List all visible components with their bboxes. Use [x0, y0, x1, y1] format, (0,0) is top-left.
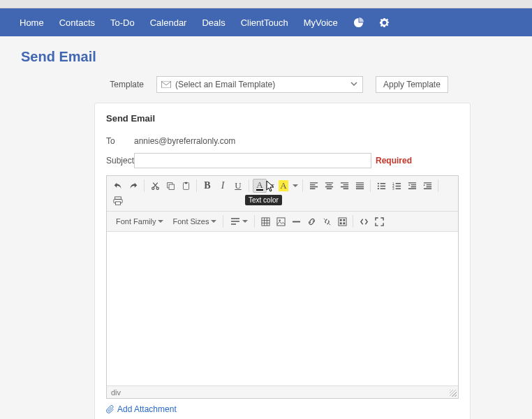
indent-button[interactable] [420, 179, 434, 193]
undo-button[interactable] [111, 179, 125, 193]
code-button[interactable] [357, 214, 371, 228]
nav-myvoice[interactable]: MyVoice [304, 17, 338, 28]
svg-rect-4 [169, 184, 174, 189]
copy-button[interactable] [163, 179, 177, 193]
font-family-dropdown[interactable]: Font Family [111, 214, 166, 228]
editor-body[interactable] [107, 232, 458, 385]
nav-deals[interactable]: Deals [202, 17, 225, 28]
editor-toolbar-row1: B I U A Text color A 123 [107, 176, 458, 212]
template-label: Template [106, 80, 144, 89]
bg-color-button[interactable]: A [276, 179, 290, 193]
svg-text:3: 3 [392, 187, 394, 191]
special-char-button[interactable] [335, 214, 349, 228]
svg-point-2 [156, 187, 158, 189]
redo-button[interactable] [126, 179, 140, 193]
apply-template-button[interactable]: Apply Template [376, 76, 448, 93]
editor-statusbar: div [107, 385, 458, 398]
mouse-cursor-icon [266, 180, 276, 193]
template-select[interactable]: (Select an Email Template) [156, 76, 363, 93]
align-justify-button[interactable] [353, 179, 367, 193]
paperclip-icon [106, 405, 114, 413]
svg-rect-20 [340, 219, 342, 221]
cut-button[interactable] [148, 179, 162, 193]
text-color-dropdown[interactable] [268, 179, 275, 193]
envelope-icon [161, 81, 171, 88]
nav-home[interactable]: Home [20, 17, 44, 28]
to-row: To annies@byreferralonly.com [106, 136, 459, 146]
svg-rect-0 [161, 81, 170, 88]
link-button[interactable] [304, 214, 318, 228]
add-attachment-link[interactable]: Add Attachment [106, 404, 177, 414]
card-heading: Send Email [106, 113, 459, 124]
align-right-button[interactable] [337, 179, 351, 193]
to-label: To [106, 136, 134, 146]
svg-point-7 [377, 182, 378, 184]
svg-rect-16 [262, 217, 269, 225]
main-navbar: Home Contacts To-Do Calendar Deals Clien… [0, 8, 532, 36]
align-left-button[interactable] [306, 179, 320, 193]
table-button[interactable] [258, 214, 272, 228]
italic-button[interactable]: I [216, 179, 230, 193]
bg-color-dropdown[interactable] [292, 179, 299, 193]
bullet-list-button[interactable] [374, 179, 388, 193]
svg-rect-15 [116, 202, 121, 205]
svg-rect-17 [277, 217, 285, 225]
email-card: Send Email To annies@byreferralonly.com … [94, 103, 471, 419]
subject-row: Subject Required [106, 153, 459, 168]
text-color-button[interactable]: A Text color [253, 179, 267, 193]
outdent-button[interactable] [405, 179, 419, 193]
svg-point-1 [152, 187, 154, 189]
paste-button[interactable] [179, 179, 193, 193]
subject-input[interactable] [134, 153, 371, 168]
editor-path: div [111, 388, 121, 397]
rich-text-editor: B I U A Text color A 123 [106, 175, 459, 399]
svg-rect-23 [343, 222, 345, 224]
svg-rect-21 [343, 219, 345, 221]
svg-rect-6 [184, 182, 186, 183]
nav-calendar[interactable]: Calendar [150, 17, 187, 28]
template-select-text: (Select an Email Template) [175, 80, 275, 89]
page-title: Send Email [0, 36, 532, 76]
image-button[interactable] [274, 214, 288, 228]
template-row: Template (Select an Email Template) Appl… [0, 76, 532, 103]
svg-rect-22 [340, 222, 342, 224]
svg-rect-13 [115, 197, 121, 200]
font-size-dropdown[interactable]: Font Sizes [168, 214, 219, 228]
window-top-strip [0, 0, 532, 8]
pie-chart-icon[interactable] [353, 17, 364, 28]
svg-point-9 [377, 188, 378, 189]
bold-button[interactable]: B [200, 179, 214, 193]
chevron-down-icon [350, 80, 358, 88]
to-value: annies@byreferralonly.com [134, 136, 235, 146]
format-dropdown[interactable] [227, 214, 251, 228]
resize-handle[interactable] [450, 390, 457, 397]
align-center-button[interactable] [322, 179, 336, 193]
print-button[interactable] [111, 194, 125, 208]
gear-icon[interactable] [379, 17, 390, 28]
nav-clienttouch[interactable]: ClientTouch [241, 17, 288, 28]
svg-rect-19 [339, 217, 346, 225]
text-color-tooltip: Text color [245, 195, 282, 205]
hr-button[interactable] [289, 214, 303, 228]
number-list-button[interactable]: 123 [390, 179, 404, 193]
unlink-button[interactable] [320, 214, 334, 228]
underline-button[interactable]: U [231, 179, 245, 193]
fullscreen-button[interactable] [372, 214, 386, 228]
subject-label: Subject [106, 156, 134, 166]
svg-point-8 [377, 185, 378, 186]
required-text: Required [376, 156, 412, 166]
nav-contacts[interactable]: Contacts [59, 17, 95, 28]
svg-point-18 [279, 219, 280, 221]
editor-toolbar-row2: Font Family Font Sizes [107, 212, 458, 232]
nav-todo[interactable]: To-Do [110, 17, 135, 28]
